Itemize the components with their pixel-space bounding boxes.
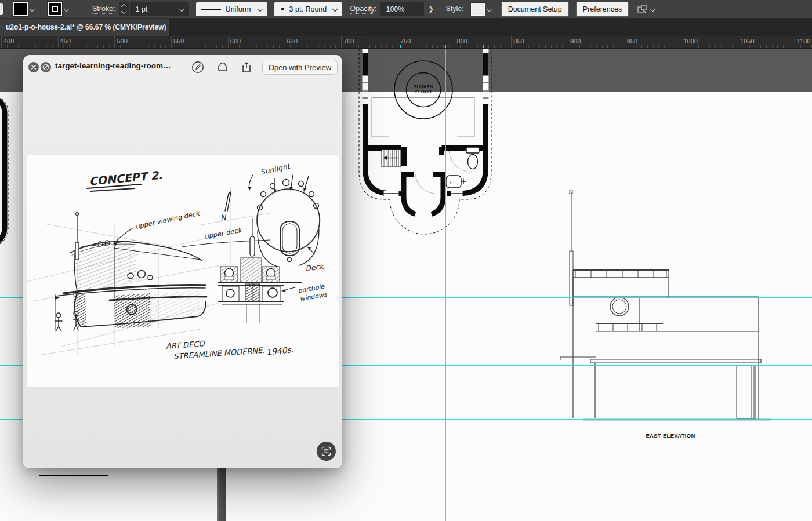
- markup-button[interactable]: [190, 60, 205, 75]
- elevation-label: EAST ELEVATION: [646, 432, 695, 439]
- width-profile-value: Uniform: [226, 5, 251, 13]
- annotation-north: N: [220, 213, 227, 222]
- guide-vertical[interactable]: [484, 49, 484, 521]
- fill-swatch-group[interactable]: [13, 2, 37, 16]
- ruler-tick: [58, 36, 59, 48]
- illustrator-window: Stroke: 1 pt Uniform 3 pt. Round Opacity…: [0, 0, 812, 521]
- document-tab-title: u2o1-p-o-house-2.ai* @ 66.67 % (CMYK/Pre…: [6, 23, 166, 31]
- ruler-tick-label: 500: [117, 38, 127, 45]
- chevron-down-icon: [177, 5, 187, 14]
- opacity-expand-icon[interactable]: ❯: [424, 5, 437, 13]
- control-toolbar: Stroke: 1 pt Uniform 3 pt. Round Opacity…: [0, 0, 812, 19]
- ruler-guide-mark: [483, 45, 484, 48]
- artboard-canvas[interactable]: SUNKEN FLOOR: [0, 49, 812, 521]
- quicklook-title: target-learning-reading-room…: [55, 61, 194, 70]
- chevron-down-icon: [331, 5, 340, 14]
- ruler-tick-label: 600: [230, 38, 241, 45]
- guide-vertical[interactable]: [445, 49, 446, 521]
- ruler-tick-label: 850: [513, 38, 524, 45]
- chevron-down-icon[interactable]: [62, 5, 71, 14]
- width-profile-select[interactable]: Uniform: [196, 2, 267, 16]
- clipped-control: [0, 3, 3, 15]
- style-label: Style:: [445, 5, 463, 13]
- chevron-down-icon[interactable]: [28, 5, 37, 14]
- open-with-preview-button[interactable]: Open with Preview: [262, 60, 338, 75]
- ruler-tick: [1, 36, 2, 48]
- preferences-button[interactable]: Preferences: [576, 2, 629, 17]
- ruler-tick: [171, 36, 172, 48]
- ruler-tick: [738, 36, 738, 48]
- left-plan-fragment: [0, 94, 8, 247]
- annotation-upper-viewing-deck: upper viewing deck: [135, 209, 201, 231]
- ruler-tick-label: 550: [173, 38, 184, 45]
- ruler-tick: [228, 36, 229, 48]
- ruler-tick: [568, 36, 568, 48]
- annotation-sunlight: Sunlight: [259, 162, 292, 177]
- fill-color-swatch[interactable]: [13, 2, 28, 16]
- annotation-upper-deck: upper deck: [204, 226, 243, 241]
- ruler-guide-mark: [400, 45, 401, 48]
- brush-value: 3 pt. Round: [289, 5, 327, 13]
- ruler-tick: [681, 36, 682, 48]
- chevron-down-icon: [648, 5, 658, 14]
- preview-image: CONCEPT 2. upper viewing deck upper deck…: [27, 155, 339, 387]
- graphic-style-swatch[interactable]: [471, 3, 485, 16]
- annotation-concept: CONCEPT 2.: [89, 169, 163, 188]
- ruler-tick-label: 700: [343, 38, 354, 45]
- ruler-tick: [285, 36, 285, 48]
- quicklook-window[interactable]: target-learning-reading-room…: [23, 55, 342, 468]
- stroke-width-select[interactable]: 1 pt: [130, 2, 189, 16]
- ruler-tick-label: 400: [3, 38, 14, 45]
- ruler-tick: [398, 36, 398, 48]
- opacity-value: 100%: [386, 5, 404, 13]
- document-tab-bar: u2o1-p-o-house-2.ai* @ 66.67 % (CMYK/Pre…: [0, 19, 812, 36]
- ruler-tick: [795, 36, 795, 48]
- markup-pencil-icon: [191, 61, 204, 74]
- document-tab[interactable]: u2o1-p-o-house-2.ai* @ 66.67 % (CMYK/Pre…: [0, 19, 169, 36]
- concept-sketch: CONCEPT 2. upper viewing deck upper deck…: [27, 155, 339, 387]
- annotation-art-deco: ART DECO: [166, 339, 206, 351]
- stroke-color-swatch[interactable]: [48, 2, 62, 16]
- live-text-icon: [321, 446, 331, 456]
- ruler-tick-label: 450: [60, 38, 71, 45]
- stroke-width-stepper[interactable]: [119, 2, 129, 16]
- rotate-icon: [216, 61, 229, 74]
- ruler-tick: [455, 36, 455, 48]
- stroke-swatch-group[interactable]: [48, 2, 71, 16]
- stroke-label[interactable]: Stroke:: [92, 5, 115, 14]
- horizontal-ruler[interactable]: 4004505005506006507007508008509009501000…: [0, 36, 812, 49]
- ruler-tick-label: 900: [570, 38, 581, 45]
- brush-select[interactable]: 3 pt. Round: [274, 2, 342, 16]
- ruler-tick-label: 1050: [740, 38, 754, 45]
- vertical-bar-artwork: [217, 468, 226, 521]
- stroke-width-value: 1 pt: [136, 5, 148, 13]
- ruler-tick-label: 1100: [797, 38, 811, 45]
- ruler-tick-label: 1000: [683, 38, 697, 45]
- close-button[interactable]: [28, 62, 39, 72]
- ruler-tick-label: 950: [627, 38, 637, 45]
- annotation-era: 1940s.: [266, 345, 294, 357]
- arrange-documents-group[interactable]: [637, 4, 658, 14]
- chevron-down-icon: [256, 5, 265, 14]
- guide-vertical[interactable]: [401, 49, 401, 521]
- annotation-deck: Deck.: [304, 261, 326, 273]
- live-text-button[interactable]: [317, 442, 336, 461]
- ruler-tick-label: 800: [457, 38, 467, 45]
- chevron-down-icon[interactable]: [485, 5, 494, 14]
- share-button[interactable]: [239, 60, 254, 75]
- east-elevation: EAST ELEVATION: [560, 191, 771, 439]
- blocked-badge[interactable]: [41, 62, 51, 72]
- brush-dot-icon: [281, 8, 284, 10]
- ruler-guide-mark: [445, 45, 446, 48]
- opacity-field[interactable]: 100%: [380, 2, 424, 16]
- document-setup-button[interactable]: Document Setup: [501, 2, 569, 17]
- rotate-button[interactable]: [215, 60, 230, 75]
- scale-bar-artwork: [39, 475, 108, 476]
- share-icon: [240, 61, 253, 74]
- ruler-tick: [114, 36, 115, 48]
- ruler-tick: [341, 36, 342, 48]
- opacity-label[interactable]: Opacity:: [350, 5, 377, 14]
- arrange-documents-icon: [637, 4, 648, 14]
- line-profile-icon: [201, 9, 221, 10]
- close-icon: [31, 64, 37, 70]
